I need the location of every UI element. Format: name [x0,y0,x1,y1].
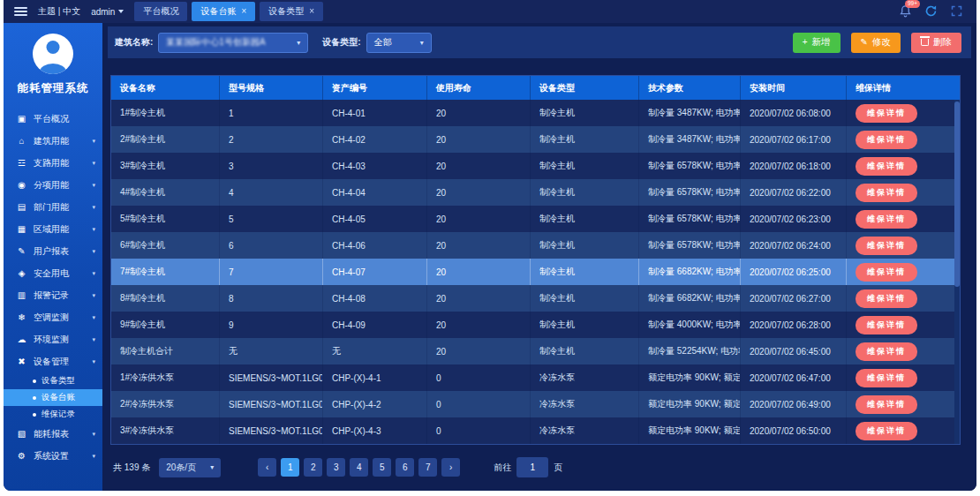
table-scrollbar-track[interactable] [954,100,960,444]
building-select[interactable]: 某某国际中心1号创新园A ▾ [158,33,308,53]
table-row[interactable]: 制冷主机合计无无20制冷主机制冷量 52254KW; 电功率 ...2020/0… [111,338,960,364]
fullscreen-icon[interactable] [950,4,964,19]
device-table: 设备名称型号规格资产编号使用寿命设备类型技术参数安装时间维保详情 1#制冷主机1… [110,75,961,445]
sidebar-subitem-1[interactable]: 设备类型 [4,372,102,389]
tab-label: 设备台账 [200,5,236,18]
avatar [33,34,73,74]
sidebar-item-7[interactable]: ✎用户报表▾ [4,240,102,262]
chevron-icon: ▾ [92,358,95,365]
cell-life: 20 [427,126,531,153]
cell-model: 8 [220,285,323,312]
sidebar-item-label: 系统设置 [34,450,69,462]
pager-page-6[interactable]: 6 [396,458,414,477]
maintenance-detail-button[interactable]: 维保详情 [856,263,917,282]
sidebar-item-5[interactable]: ▤部门用能▾ [4,196,102,218]
sidebar-item-11[interactable]: ☁环境监测▾ [4,328,102,350]
cell-type: 制冷主机 [531,126,639,153]
sidebar-item-13[interactable]: ▧能耗报表▾ [4,423,102,445]
maintenance-detail-button[interactable]: 维保详情 [856,316,917,334]
add-button[interactable]: + 新增 [793,33,841,53]
sidebar-item-14[interactable]: ⚙系统设置▾ [4,445,102,467]
sidebar-item-6[interactable]: ▦区域用能▾ [4,218,102,240]
table-scrollbar-thumb[interactable] [954,101,960,287]
maintenance-detail-button[interactable]: 维保详情 [856,237,917,255]
goto-page-input[interactable] [516,457,548,477]
page-size-select[interactable]: 20条/页 ▾ [159,458,221,477]
pager-page-1[interactable]: 1 [281,458,299,477]
cell-life: 0 [427,364,531,391]
tab-2[interactable]: 设备台账× [192,2,255,21]
pager-page-3[interactable]: 3 [327,458,345,477]
maintenance-detail-button[interactable]: 维保详情 [856,184,917,202]
cell-life: 0 [427,391,531,417]
pager-page-2[interactable]: 2 [304,458,322,477]
table-row[interactable]: 6#制冷主机6CH-4-0620制冷主机制冷量 6578KW; 电功率 2...… [111,232,960,259]
maintenance-detail-button[interactable]: 维保详情 [856,210,917,229]
sidebar-item-12[interactable]: ✖设备管理▾ [4,350,102,372]
cell-params: 制冷量 6578KW; 电功率 2... [639,232,741,259]
maintenance-detail-button[interactable]: 维保详情 [856,104,917,123]
tab-1[interactable]: 平台概况 [134,2,187,21]
delete-button[interactable]: 删除 [911,33,961,53]
sidebar-item-9[interactable]: ▥报警记录▾ [4,284,102,306]
notification-bell-icon[interactable]: 99+ [899,4,913,19]
sidebar-item-10[interactable]: ❄空调监测▾ [4,306,102,328]
cell-model: SIEMENS/3~MOT.1LG028... [220,391,323,417]
tab-3[interactable]: 设备类型× [260,2,323,21]
cell-asset: CH-4-06 [323,232,427,259]
table-row[interactable]: 2#制冷主机2CH-4-0220制冷主机制冷量 3487KW; 电功率 2...… [111,126,960,153]
device-type-select[interactable]: 全部 ▾ [366,33,432,53]
sidebar-item-1[interactable]: ▣平台概况 [4,108,102,130]
sidebar-item-label: 区域用能 [34,223,69,236]
sidebar-item-8[interactable]: ◈安全用电▾ [4,262,102,284]
sidebar-item-3[interactable]: ☲支路用能▾ [4,152,102,174]
table-row[interactable]: 3#制冷主机3CH-4-0320制冷主机制冷量 6578KW; 电功率 2...… [111,153,960,179]
report-icon: ▧ [15,429,28,439]
column-header: 设备名称 [111,76,220,100]
sidebar-item-2[interactable]: ⌂建筑用能▾ [4,130,102,152]
tab-close-icon[interactable]: × [241,7,246,16]
table-body: 1#制冷主机1CH-4-0120制冷主机制冷量 3487KW; 电功率 2...… [111,100,960,444]
cell-detail: 维保详情 [847,285,960,312]
cell-detail: 维保详情 [847,179,960,206]
cell-life: 20 [427,312,531,338]
cell-detail: 维保详情 [847,126,960,153]
cell-name: 6#制冷主机 [111,232,220,259]
pager-page-7[interactable]: 7 [418,458,437,477]
cell-life: 20 [427,259,531,285]
table-row[interactable]: 2#冷冻供水泵SIEMENS/3~MOT.1LG028...CHP-(X)-4-… [111,391,960,417]
table-row[interactable]: 3#冷冻供水泵SIEMENS/3~MOT.1LG028...CHP-(X)-4-… [111,417,960,444]
hamburger-menu-icon[interactable] [14,7,27,16]
table-row[interactable]: 4#制冷主机4CH-4-0420制冷主机制冷量 6578KW; 电功率 2...… [111,179,960,206]
table-row[interactable]: 9#制冷主机9CH-4-0920制冷主机制冷量 4000KW; 电功率 4...… [111,312,960,338]
table-row[interactable]: 5#制冷主机5CH-4-0520制冷主机制冷量 6578KW; 电功率 2...… [111,206,960,232]
folder-icon: ▤ [15,202,28,212]
pager-page-5[interactable]: 5 [373,458,391,477]
maintenance-detail-button[interactable]: 维保详情 [856,422,917,440]
user-menu[interactable]: admin [91,7,124,17]
table-row[interactable]: 1#制冷主机1CH-4-0120制冷主机制冷量 3487KW; 电功率 2...… [111,100,960,126]
cell-life: 20 [427,153,531,179]
pager-page-4[interactable]: 4 [350,458,368,477]
cell-type: 冷冻水泵 [531,391,639,417]
cell-model: SIEMENS/3~MOT.1LG028... [220,364,323,391]
table-row[interactable]: 8#制冷主机8CH-4-0820制冷主机制冷量 6682KW; 电功率 1...… [111,285,960,312]
table-row[interactable]: 7#制冷主机7CH-4-0720制冷主机制冷量 6682KW; 电功率 1...… [111,259,960,285]
maintenance-detail-button[interactable]: 维保详情 [856,131,917,149]
sidebar-item-4[interactable]: ◉分项用能▾ [4,174,102,196]
edit-button[interactable]: ✎ 修改 [851,33,901,53]
pager-prev-button[interactable]: ‹ [258,458,276,477]
sidebar-subitem-3[interactable]: 维保记录 [4,406,102,423]
pager-next-button[interactable]: › [441,458,460,477]
theme-language-switch[interactable]: 主题 | 中文 [38,5,80,18]
maintenance-detail-button[interactable]: 维保详情 [856,395,917,414]
sidebar-menu: ▣平台概况⌂建筑用能▾☲支路用能▾◉分项用能▾▤部门用能▾▦区域用能▾✎用户报表… [4,108,102,467]
maintenance-detail-button[interactable]: 维保详情 [856,289,917,308]
tab-close-icon[interactable]: × [309,7,314,16]
maintenance-detail-button[interactable]: 维保详情 [856,157,917,176]
maintenance-detail-button[interactable]: 维保详情 [856,369,917,387]
maintenance-detail-button[interactable]: 维保详情 [856,342,917,361]
table-row[interactable]: 1#冷冻供水泵SIEMENS/3~MOT.1LG028...CHP-(X)-4-… [111,364,960,391]
sidebar-subitem-2[interactable]: 设备台账 [4,389,102,406]
refresh-icon[interactable] [924,4,939,19]
